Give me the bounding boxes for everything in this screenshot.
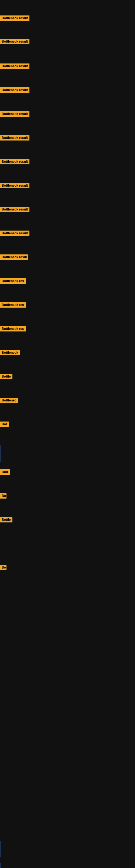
- bottleneck-badge-row: Bot: [0, 422, 9, 428]
- bottleneck-badge-row: Bottleneck res: [0, 302, 26, 309]
- bottleneck-badge-row: Bottleneck result: [0, 111, 30, 118]
- bottleneck-result-badge: Bottle: [0, 517, 12, 522]
- bottleneck-result-badge: Bot: [0, 422, 9, 427]
- bottleneck-badge-row: Bottleneck result: [0, 159, 30, 165]
- bottleneck-badge-row: Bottle: [0, 517, 12, 524]
- bottleneck-badge-row: Bottleneck result: [0, 63, 30, 70]
- bottleneck-result-badge: Bottleneck result: [0, 135, 30, 141]
- vertical-line-indicator: [1, 841, 1, 857]
- bottleneck-result-badge: Bottleneck res: [0, 302, 26, 308]
- bottleneck-badge-row: Bottle: [0, 374, 12, 380]
- bottleneck-result-badge: Bottleneck result: [0, 39, 30, 44]
- bottleneck-badge-row: Bottleneck result: [0, 207, 30, 213]
- bottleneck-badge-row: Bottleneck result: [0, 87, 30, 94]
- bottleneck-badge-row: Bottleneck result: [0, 230, 30, 237]
- bottleneck-badge-row: Bottleneck result: [0, 183, 30, 189]
- bottleneck-badge-row: Bottleneck result: [0, 16, 30, 22]
- bottleneck-badge-row: Bott: [0, 469, 10, 476]
- bottleneck-result-badge: Bottleneck result: [0, 87, 30, 93]
- bottleneck-result-badge: Bottleneck result: [0, 207, 30, 212]
- vertical-line-indicator: [1, 445, 1, 462]
- bottleneck-result-badge: Bottleneck result: [0, 16, 30, 21]
- bottleneck-result-badge: Bottleneck result: [0, 159, 30, 164]
- bottleneck-badge-row: Bottleneck res: [0, 326, 26, 333]
- bottleneck-badge-row: Bottleneck res: [0, 278, 26, 285]
- bottleneck-result-badge: Bottlenec: [0, 398, 18, 403]
- bottleneck-result-badge: Bott: [0, 469, 10, 475]
- bottleneck-result-badge: Bottleneck result: [0, 183, 30, 188]
- bottleneck-badge-row: Bottleneck result: [0, 39, 30, 45]
- bottleneck-result-badge: Bottleneck result: [0, 111, 30, 117]
- bottleneck-result-badge: Bottleneck: [0, 350, 20, 355]
- bottleneck-badge-row: Bo: [0, 565, 6, 571]
- bottleneck-badge-row: Bottleneck result: [0, 135, 30, 142]
- bottleneck-result-badge: Bottleneck result: [0, 230, 30, 236]
- bottleneck-badge-row: Bo: [0, 493, 6, 500]
- bottleneck-result-badge: Bottleneck res: [0, 278, 26, 284]
- bottleneck-result-badge: Bottleneck res: [0, 326, 26, 332]
- bottleneck-badge-row: Bottleneck resul: [0, 254, 28, 261]
- bottleneck-result-badge: Bottleneck resul: [0, 254, 28, 260]
- bottleneck-badge-row: Bottleneck: [0, 350, 20, 356]
- bottleneck-badge-row: Bottlenec: [0, 398, 18, 404]
- bottleneck-result-badge: Bottleneck result: [0, 63, 30, 69]
- bottleneck-result-badge: Bo: [0, 565, 6, 570]
- bottleneck-result-badge: Bottle: [0, 374, 12, 379]
- site-title: [0, 0, 135, 3]
- vertical-line-indicator: [1, 863, 1, 868]
- bottleneck-result-badge: Bo: [0, 493, 6, 499]
